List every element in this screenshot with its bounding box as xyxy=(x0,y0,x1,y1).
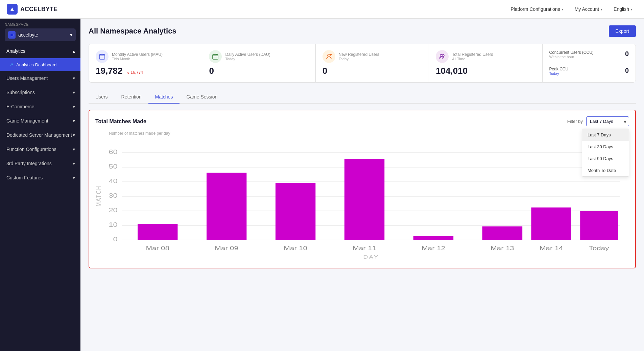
filter-option-mtd[interactable]: Month To Date xyxy=(582,164,629,176)
bar-today xyxy=(580,211,618,240)
sidebar-item-dedicated-server-management[interactable]: Dedicated Server Management ▾ xyxy=(0,128,80,142)
my-account-button[interactable]: My Account ▾ xyxy=(570,4,607,14)
tab-matches[interactable]: Matches xyxy=(148,91,180,104)
stat-card-ccu: Concurrent Users (CCU) Within the hour 0… xyxy=(543,44,636,82)
svg-point-11 xyxy=(440,54,442,57)
chevron-down-icon: ▾ xyxy=(73,175,75,180)
total-registered-value: 104,010 xyxy=(436,66,535,76)
filter-area: Filter by Last 7 Days Last 30 Days Last … xyxy=(567,116,629,126)
chevron-down-icon: ▾ xyxy=(70,32,72,38)
language-selector-button[interactable]: English ▾ xyxy=(609,4,637,14)
tab-retention[interactable]: Retention xyxy=(115,91,148,104)
main-layout: NAMESPACE ⊞ accelbyte ▾ Analytics ▴ ↗ An… xyxy=(0,19,644,351)
export-button[interactable]: Export xyxy=(609,25,636,37)
svg-text:Mar 11: Mar 11 xyxy=(353,245,376,251)
stat-card-mau: Monthly Active Users (MAU) This Month 19… xyxy=(89,44,202,82)
sidebar-item-game-management[interactable]: Game Management ▾ xyxy=(0,114,80,128)
platform-configurations-button[interactable]: Platform Configurations ▾ xyxy=(506,4,568,14)
filter-select[interactable]: Last 7 Days Last 30 Days Last 90 Days Mo… xyxy=(586,116,629,126)
main-content: All Namespace Analytics Export xyxy=(80,19,644,351)
chevron-down-icon: ▾ xyxy=(73,75,75,81)
ccu-label: Concurrent Users (CCU) xyxy=(549,50,594,55)
svg-text:Mar 09: Mar 09 xyxy=(215,245,238,251)
dau-value: 0 xyxy=(209,66,308,76)
sidebar-item-subscriptions[interactable]: Subscriptions ▾ xyxy=(0,85,80,100)
svg-text:DAY: DAY xyxy=(363,254,379,260)
mau-trend: ↘ 16,774 xyxy=(126,70,143,75)
chevron-down-icon: ▾ xyxy=(73,147,75,152)
new-registered-icon xyxy=(323,50,335,63)
svg-rect-0 xyxy=(99,54,105,59)
namespace-select[interactable]: ⊞ accelbyte ▾ xyxy=(5,28,76,41)
filter-label: Filter by xyxy=(567,119,583,124)
svg-text:Today: Today xyxy=(589,245,609,251)
filter-select-wrapper: Last 7 Days Last 30 Days Last 90 Days Mo… xyxy=(586,116,629,126)
namespace-icon: ⊞ xyxy=(8,31,16,39)
chevron-down-icon: ▾ xyxy=(73,161,75,166)
sidebar-item-users-management[interactable]: Users Management ▾ xyxy=(0,71,80,85)
chevron-down-icon: ▾ xyxy=(73,132,75,138)
bar-mar11 xyxy=(344,159,384,240)
chart-title: Total Matches Made xyxy=(95,118,146,125)
svg-point-8 xyxy=(328,54,330,57)
tab-users[interactable]: Users xyxy=(89,91,115,104)
svg-text:Mar 10: Mar 10 xyxy=(284,245,307,251)
filter-option-last90[interactable]: Last 90 Days xyxy=(582,153,629,164)
svg-text:Mar 13: Mar 13 xyxy=(491,245,514,251)
trend-icon: ↗ xyxy=(9,62,14,67)
total-registered-sublabel: All Time xyxy=(452,57,493,61)
logo-icon xyxy=(7,4,18,15)
namespace-value: accelbyte xyxy=(18,32,38,38)
svg-point-12 xyxy=(442,54,444,57)
dau-sublabel: Today xyxy=(225,57,270,61)
sidebar-item-function-configurations[interactable]: Function Configurations ▾ xyxy=(0,142,80,156)
svg-text:Mar 08: Mar 08 xyxy=(146,245,169,251)
dau-label: Daily Active Users (DAU) xyxy=(225,52,270,57)
stat-card-dau: Daily Active Users (DAU) Today 0 xyxy=(202,44,315,82)
bar-mar09 xyxy=(207,173,246,240)
chevron-down-icon: ▾ xyxy=(601,7,602,11)
peak-ccu-sublabel: Today xyxy=(549,71,569,75)
mau-sublabel: This Month xyxy=(112,57,163,61)
total-registered-label: Total Registered Users xyxy=(452,52,493,57)
namespace-label: NAMESPACE xyxy=(5,23,76,26)
top-nav-actions: Platform Configurations ▾ My Account ▾ E… xyxy=(506,4,637,14)
chart-subtitle: Number of matches made per day xyxy=(109,131,629,136)
bar-chart: 0 10 20 30 40 50 60 MATCH Mar 08 Mar 09 xyxy=(95,138,629,260)
bar-mar13 xyxy=(482,226,522,240)
peak-ccu-label: Peak CCU xyxy=(549,67,569,71)
tabs: Users Retention Matches Game Session xyxy=(89,91,636,104)
svg-text:30: 30 xyxy=(109,192,117,199)
sidebar: NAMESPACE ⊞ accelbyte ▾ Analytics ▴ ↗ An… xyxy=(0,19,80,351)
sidebar-item-custom-features[interactable]: Custom Features ▾ xyxy=(0,171,80,185)
mau-icon xyxy=(96,50,109,63)
bar-mar08 xyxy=(138,224,177,240)
stat-card-new-registered: New Registered Users Today 0 xyxy=(316,44,429,82)
sidebar-item-analytics-dashboard[interactable]: ↗ Analytics Dashboard xyxy=(0,58,80,71)
chevron-down-icon: ▾ xyxy=(631,7,633,11)
chevron-up-icon: ▴ xyxy=(73,48,75,54)
ccu-sublabel: Within the hour xyxy=(549,55,594,59)
tab-game-session[interactable]: Game Session xyxy=(180,91,224,104)
stat-card-total-registered: Total Registered Users All Time 104,010 xyxy=(429,44,542,82)
svg-rect-4 xyxy=(213,54,218,59)
new-registered-sublabel: Today xyxy=(339,57,379,61)
mau-value: 19,782 xyxy=(96,66,123,76)
bar-mar12 xyxy=(413,236,453,240)
chevron-down-icon: ▾ xyxy=(73,104,75,109)
svg-text:MATCH: MATCH xyxy=(95,185,102,206)
chart-area: Number of matches made per day 0 10 20 3… xyxy=(95,131,629,262)
sidebar-item-e-commerce[interactable]: E-Commerce ▾ xyxy=(0,100,80,114)
svg-text:Mar 14: Mar 14 xyxy=(540,245,563,251)
chevron-down-icon: ▾ xyxy=(73,118,75,124)
logo: ACCELBYTE xyxy=(7,4,57,15)
filter-option-last30[interactable]: Last 30 Days xyxy=(582,141,629,153)
svg-text:Mar 12: Mar 12 xyxy=(422,245,445,251)
filter-option-last7[interactable]: Last 7 Days xyxy=(582,129,629,141)
dau-icon xyxy=(209,50,222,63)
new-registered-label: New Registered Users xyxy=(339,52,379,57)
stat-cards: Monthly Active Users (MAU) This Month 19… xyxy=(89,44,636,83)
sidebar-item-analytics[interactable]: Analytics ▴ xyxy=(0,44,80,58)
logo-text: ACCELBYTE xyxy=(20,6,57,13)
sidebar-item-3rd-party-integrations[interactable]: 3rd Party Integrations ▾ xyxy=(0,156,80,171)
